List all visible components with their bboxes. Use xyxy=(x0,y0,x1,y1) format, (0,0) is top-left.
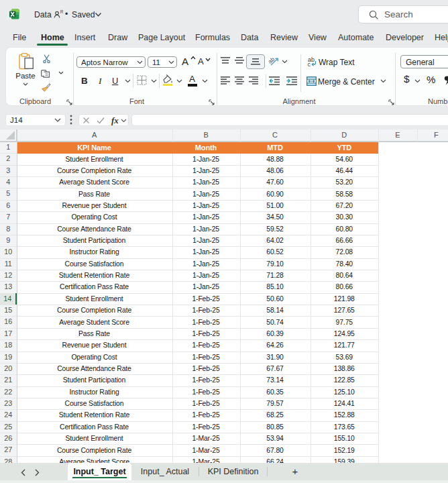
svg-text:R: R xyxy=(60,10,64,14)
svg-text:c: c xyxy=(308,61,311,67)
